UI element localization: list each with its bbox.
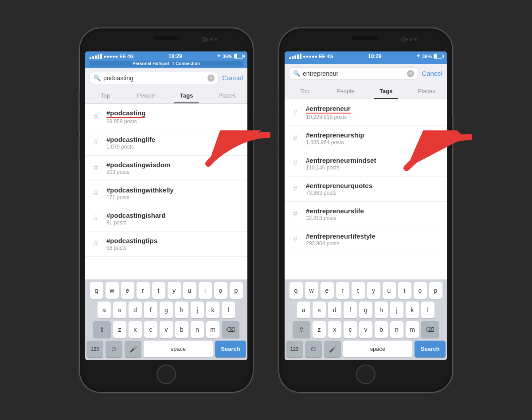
key-b-1[interactable]: b — [175, 321, 188, 338]
key-search-1[interactable]: Search — [215, 341, 246, 357]
key-k-2[interactable]: k — [406, 302, 419, 318]
result-item-1-5[interactable]: # #podcastingishard 81 posts — [85, 206, 247, 232]
key-q-2[interactable]: q — [289, 282, 303, 299]
key-v-1[interactable]: v — [160, 321, 173, 338]
key-search-2[interactable]: Search — [415, 341, 446, 357]
key-emoji-2[interactable]: ☺ — [305, 341, 322, 357]
tab-people-1[interactable]: People — [126, 88, 167, 103]
tab-places-1[interactable]: Places — [207, 88, 248, 103]
key-c-2[interactable]: c — [344, 321, 357, 338]
key-o-2[interactable]: o — [414, 282, 427, 299]
key-r-2[interactable]: r — [336, 282, 349, 299]
key-h-2[interactable]: h — [375, 302, 388, 318]
key-delete-2[interactable]: ⌫ — [421, 321, 439, 338]
key-t-2[interactable]: t — [352, 282, 365, 299]
result-item-1-3[interactable]: # #podcastingwisdom 203 posts — [85, 156, 247, 181]
key-num-2[interactable]: 123 — [286, 341, 303, 357]
tab-top-1[interactable]: Top — [85, 88, 126, 103]
result-info-2-6: #entrepreneurlifestyle 293,904 posts — [306, 232, 441, 247]
result-item-2-5[interactable]: # #entrepreneurslife 32,818 posts — [285, 202, 447, 227]
key-d-2[interactable]: d — [328, 302, 341, 318]
key-w-1[interactable]: w — [106, 282, 119, 299]
key-g-1[interactable]: g — [160, 302, 173, 318]
key-s-2[interactable]: s — [313, 302, 326, 318]
key-l-1[interactable]: l — [222, 302, 235, 318]
key-f-2[interactable]: f — [344, 302, 357, 318]
home-button-1[interactable] — [156, 365, 176, 384]
key-e-2[interactable]: e — [321, 282, 334, 299]
key-emoji-1[interactable]: ☺ — [106, 341, 122, 357]
battery-label-2: 36% — [422, 54, 432, 59]
result-item-2-6[interactable]: # #entrepreneurlifestyle 293,904 posts — [285, 227, 447, 252]
key-i-1[interactable]: i — [199, 282, 212, 299]
key-mic-1[interactable]: 🎤 — [125, 341, 141, 357]
key-c-1[interactable]: c — [144, 321, 157, 338]
key-o-1[interactable]: o — [214, 282, 227, 299]
side-btn-vol-down — [78, 137, 80, 159]
key-z-2[interactable]: z — [313, 321, 326, 338]
key-v-2[interactable]: v — [359, 321, 372, 338]
signal-bar-5 — [100, 54, 102, 59]
key-n-2[interactable]: n — [390, 321, 403, 338]
key-y-1[interactable]: y — [168, 282, 181, 299]
result-item-1-4[interactable]: # #podcastingwithkelly 171 posts — [85, 181, 247, 206]
key-a-2[interactable]: a — [297, 302, 310, 318]
key-x-2[interactable]: x — [328, 321, 341, 338]
result-count-2-2: 1,885,964 posts — [306, 139, 441, 145]
tab-tags-1[interactable]: Tags — [166, 88, 207, 103]
result-item-2-3[interactable]: # #entrepreneurmindset 110,146 posts — [285, 151, 447, 177]
key-x-1[interactable]: x — [129, 321, 142, 338]
result-item-1-6[interactable]: # #podcastingtips 68 posts — [85, 232, 247, 257]
key-g-2[interactable]: g — [359, 302, 372, 318]
key-k-1[interactable]: k — [206, 302, 219, 318]
key-s-1[interactable]: s — [113, 302, 126, 318]
key-space-1[interactable]: space — [144, 341, 213, 357]
key-d-1[interactable]: d — [129, 302, 142, 318]
result-item-2-1[interactable]: # #entrepreneur 10,229,918 posts — [285, 99, 447, 126]
key-y-2[interactable]: y — [367, 282, 380, 299]
key-m-2[interactable]: m — [406, 321, 419, 338]
key-p-2[interactable]: p — [429, 282, 442, 299]
key-shift-1[interactable]: ⇧ — [93, 321, 111, 338]
side-btn-mute-2 — [278, 90, 279, 104]
key-h-1[interactable]: h — [175, 302, 188, 318]
key-z-1[interactable]: z — [113, 321, 126, 338]
key-delete-1[interactable]: ⌫ — [222, 321, 239, 338]
key-t-1[interactable]: t — [152, 282, 165, 299]
key-j-1[interactable]: j — [191, 302, 204, 318]
result-item-2-2[interactable]: # #entrepreneurship 1,885,964 posts — [285, 126, 447, 151]
key-u-2[interactable]: u — [383, 282, 396, 299]
search-input-wrapper-2[interactable]: 🔍 entrepreneur ✕ — [289, 67, 418, 80]
key-r-1[interactable]: r — [137, 282, 150, 299]
key-b-2[interactable]: b — [375, 321, 388, 338]
tab-tags-2[interactable]: Tags — [366, 83, 407, 99]
key-space-2[interactable]: space — [343, 341, 412, 357]
key-j-2[interactable]: j — [390, 302, 403, 318]
key-u-1[interactable]: u — [183, 282, 196, 299]
home-button-2[interactable] — [356, 365, 376, 384]
key-f-1[interactable]: f — [144, 302, 157, 318]
result-item-1-1[interactable]: # #podcasting 69,959 posts — [85, 104, 247, 130]
key-q-1[interactable]: q — [90, 282, 103, 299]
key-m-1[interactable]: m — [206, 321, 219, 338]
result-item-1-2[interactable]: # #podcastinglife 1,079 posts — [85, 130, 247, 156]
key-l-2[interactable]: l — [421, 302, 434, 318]
search-clear-btn-1[interactable]: ✕ — [207, 75, 215, 82]
search-input-wrapper-1[interactable]: 🔍 podcasting ✕ — [90, 72, 219, 84]
tab-people-2[interactable]: People — [325, 83, 366, 99]
search-cancel-btn-2[interactable]: Cancel — [422, 70, 442, 77]
key-a-1[interactable]: a — [98, 302, 111, 318]
key-e-1[interactable]: e — [121, 282, 134, 299]
key-num-1[interactable]: 123 — [86, 341, 103, 357]
key-w-2[interactable]: w — [305, 282, 318, 299]
key-n-1[interactable]: n — [191, 321, 204, 338]
search-cancel-btn-1[interactable]: Cancel — [222, 74, 243, 82]
key-shift-2[interactable]: ⇧ — [293, 321, 310, 338]
key-mic-2[interactable]: 🎤 — [324, 341, 341, 357]
tab-top-2[interactable]: Top — [285, 83, 325, 99]
key-i-2[interactable]: i — [398, 282, 411, 299]
key-p-1[interactable]: p — [230, 282, 243, 299]
tab-places-2[interactable]: Places — [407, 83, 447, 99]
result-item-2-4[interactable]: # #entrepreneurquotes 73,863 posts — [285, 177, 447, 202]
search-clear-btn-2[interactable]: ✕ — [407, 70, 414, 77]
